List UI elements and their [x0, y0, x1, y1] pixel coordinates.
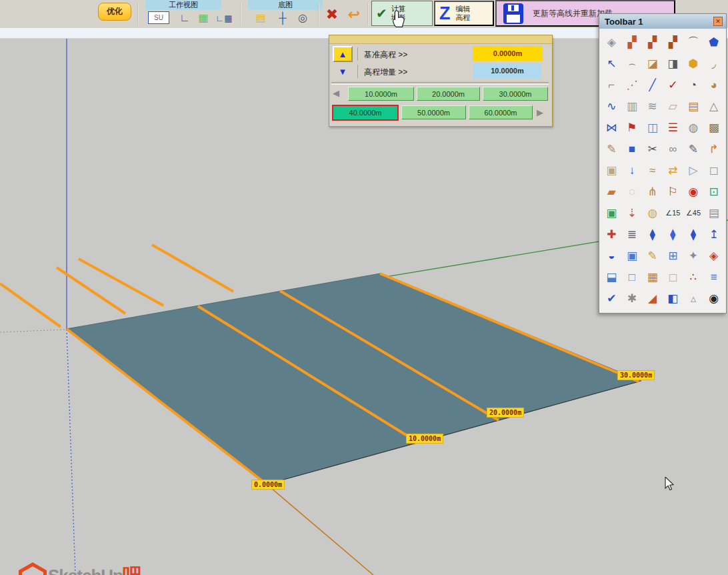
white-cube-icon[interactable]: ◻ — [703, 159, 724, 181]
su-view-button[interactable]: SU — [148, 11, 169, 24]
arc-handle-icon[interactable]: ⌒ — [683, 31, 704, 53]
protractor-icon[interactable]: ◔ — [683, 74, 704, 95]
solid-cylinder-icon[interactable]: ◍ — [642, 202, 663, 223]
star-rect-icon[interactable]: ⬓ — [601, 266, 622, 288]
preset-40m-button-selected[interactable]: 40.0000m — [332, 105, 399, 121]
double-drop-icon[interactable]: ⧫ — [663, 223, 683, 245]
red-check-pencil-icon[interactable]: ✓ — [663, 74, 683, 95]
marquee-select-icon[interactable]: □ — [622, 266, 643, 288]
cross-arrows-icon[interactable]: ✚ — [601, 223, 622, 245]
preset-10m-button[interactable]: 10.0000m — [348, 87, 414, 101]
base-elevation-value[interactable]: 0.0000m — [473, 46, 543, 61]
door-flip-icon[interactable]: ◨ — [663, 53, 683, 74]
preset-60m-button[interactable]: 60.0000m — [469, 105, 533, 119]
presets-next-arrow[interactable]: ▶ — [537, 108, 543, 117]
toolbar1-close-button[interactable]: ✕ — [713, 17, 723, 26]
drop-on-line-icon[interactable]: ⧫ — [683, 223, 704, 245]
small-plane-arrow-icon[interactable]: ▷ — [683, 159, 704, 181]
crumpled-sheet-icon[interactable]: ≈ — [642, 159, 663, 181]
floating-contour-1[interactable] — [152, 245, 233, 292]
cone-page-icon[interactable]: ◢ — [642, 288, 663, 309]
terrain-mound-icon[interactable]: ◕ — [703, 74, 724, 95]
flat-plane-icon[interactable]: ▱ — [663, 95, 683, 117]
tan-cube-icon[interactable]: ◻ — [663, 266, 683, 288]
note-pencil-icon[interactable]: ✎ — [601, 138, 622, 159]
brush-palette-icon[interactable]: ✎ — [642, 245, 663, 266]
terrain-tool-a-icon[interactable]: ▞ — [622, 31, 643, 53]
sphere-pencil-icon[interactable]: ∞ — [663, 138, 683, 159]
open-folder-icon[interactable]: ▤ — [252, 11, 269, 25]
mesh-sphere-icon[interactable]: ◍ — [683, 117, 704, 138]
contour-steps-icon[interactable]: ∿ — [601, 95, 622, 117]
elevation-dialog-titlebar[interactable] — [329, 35, 552, 44]
fish-panel-icon[interactable]: ▣ — [622, 245, 643, 266]
edit-elevation-button[interactable]: Z 编辑高程 — [434, 1, 494, 26]
preset-30m-button[interactable]: 30.0000m — [483, 87, 548, 101]
terrain-face[interactable] — [67, 273, 641, 484]
window-grid-icon[interactable]: ⊞ — [663, 245, 683, 266]
drop-swirl-icon[interactable]: ◒ — [601, 245, 622, 266]
elevation-down-button[interactable]: ▼ — [333, 63, 353, 79]
branch-tool-icon[interactable]: ⋔ — [642, 181, 663, 202]
stamp-sheet-icon[interactable]: ▰ — [601, 181, 622, 202]
wood-cubes-icon[interactable]: ▦ — [642, 266, 663, 288]
drop-arrow-icon[interactable]: ↥ — [703, 223, 724, 245]
flip-arc-icon[interactable]: ⌢ — [622, 53, 643, 74]
paint-cans-icon[interactable]: ◫ — [642, 117, 663, 138]
angle-45-icon[interactable]: ∠45 — [683, 202, 704, 223]
cube-cluster-icon[interactable]: ✱ — [622, 288, 643, 309]
spec-sheet-icon[interactable]: ≣ — [622, 223, 643, 245]
delete-cross-icon[interactable]: ✖ — [322, 5, 342, 24]
boxed-cube-icon[interactable]: ⊡ — [703, 181, 724, 202]
blue-check-icon[interactable]: ✔ — [601, 288, 622, 309]
bend-sheet-icon[interactable]: ⌐ — [601, 74, 622, 95]
paint-surface-icon[interactable]: ◪ — [642, 53, 663, 74]
drop-cylinder-icon[interactable]: ↓ — [622, 159, 643, 181]
plank-stack-icon[interactable]: ▤ — [683, 95, 704, 117]
book-pencil-icon[interactable]: ✎ — [683, 138, 704, 159]
curve-sheet-icon[interactable]: ◞ — [703, 53, 724, 74]
presets-prev-arrow[interactable]: ◀ — [333, 89, 339, 97]
blue-patch-icon[interactable]: ⬟ — [703, 31, 724, 53]
red-comb-icon[interactable]: ☰ — [663, 117, 683, 138]
optimize-button[interactable]: 优化 — [98, 3, 131, 21]
rgb-eye-icon[interactable]: ◉ — [703, 288, 724, 309]
bucket-fill-icon[interactable]: ⬢ — [683, 53, 704, 74]
preset-50m-button[interactable]: 50.0000m — [401, 105, 466, 119]
layer-stack-icon[interactable]: ≡ — [703, 266, 724, 288]
terrain-tool-c-icon[interactable]: ▞ — [663, 31, 683, 53]
dot-cubes-icon[interactable]: ∴ — [683, 266, 704, 288]
yellow-arrows-icon[interactable]: ⇄ — [663, 159, 683, 181]
green-cubes-icon[interactable]: ▣ — [601, 202, 622, 223]
checker-cube-icon[interactable]: ▩ — [703, 117, 724, 138]
arc-select-icon[interactable]: ↖ — [601, 53, 622, 74]
elevation-up-button[interactable]: ▲ — [333, 46, 353, 62]
terrain-tool-b-icon[interactable]: ▞ — [642, 31, 663, 53]
increment-value[interactable]: 10.0000m — [473, 63, 541, 78]
axis-grid-view-icon[interactable]: ∟▦ — [213, 11, 235, 25]
cube-sparkles-icon[interactable]: ✦ — [683, 245, 704, 266]
figure-drop-icon[interactable]: ⇣ — [622, 202, 643, 223]
fold-flag-icon[interactable]: ⚑ — [622, 117, 643, 138]
notepad-icon[interactable]: ▤ — [703, 202, 724, 223]
open-book-icon[interactable]: ▣ — [601, 159, 622, 181]
cursor-scissors-icon[interactable]: ✂ — [642, 138, 663, 159]
preset-20m-button[interactable]: 20.0000m — [417, 87, 480, 101]
angle-15-icon[interactable]: ∠15 — [663, 202, 683, 223]
terrain-flag-icon[interactable]: ⚐ — [663, 181, 683, 202]
crosshair-icon[interactable]: ┼ — [274, 11, 291, 25]
layer-arrows-icon[interactable]: ◈ — [703, 245, 724, 266]
stop-badge-icon[interactable]: ◉ — [683, 181, 704, 202]
corrugated-sheet-icon[interactable]: ≋ — [642, 95, 663, 117]
mesh-plane-icon[interactable]: ◈ — [601, 31, 622, 53]
grid-view-icon[interactable]: ▦ — [195, 11, 212, 25]
toolbar1-titlebar[interactable]: Toolbar 1 ✕ — [599, 14, 726, 29]
compass-cone-icon[interactable]: ▵ — [683, 288, 704, 309]
axis-view-icon[interactable]: ∟ — [176, 11, 193, 25]
water-drop-icon[interactable]: ⧫ — [642, 223, 663, 245]
dot-ring-icon[interactable]: ◌ — [622, 181, 643, 202]
floating-contour-4[interactable] — [0, 283, 61, 327]
slope-dots-icon[interactable]: ⋰ — [622, 74, 643, 95]
tool-board-icon[interactable]: ◧ — [663, 288, 683, 309]
visibility-eye-icon[interactable]: ◎ — [294, 11, 311, 25]
